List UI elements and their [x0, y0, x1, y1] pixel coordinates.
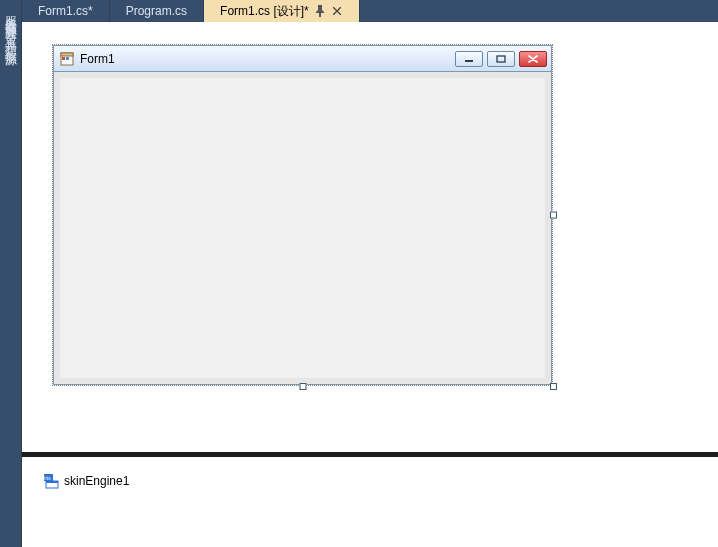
- form-title-bar: Form1: [54, 46, 551, 72]
- side-tab-server-explorer[interactable]: 服务器资源管理器: [1, 4, 20, 24]
- resize-handle-bottom[interactable]: [299, 383, 306, 390]
- close-icon[interactable]: [331, 5, 343, 17]
- component-tray: Iris skinEngine1: [22, 457, 718, 547]
- svg-rect-5: [497, 56, 505, 62]
- tray-item-skinengine1[interactable]: Iris skinEngine1: [40, 471, 133, 491]
- pin-icon[interactable]: [315, 5, 325, 17]
- maximize-button[interactable]: [487, 51, 515, 67]
- tab-form1-design[interactable]: Form1.cs [设计]*: [204, 0, 360, 22]
- tray-item-label: skinEngine1: [64, 474, 129, 488]
- svg-rect-9: [46, 481, 58, 483]
- svg-rect-3: [66, 57, 69, 60]
- svg-text:Iris: Iris: [44, 475, 51, 481]
- tab-label: Form1.cs [设计]*: [220, 3, 309, 20]
- resize-handle-right[interactable]: [550, 212, 557, 219]
- side-tab-toolbox[interactable]: 工具箱: [1, 26, 20, 36]
- designer-surface[interactable]: Form1: [22, 22, 718, 452]
- tab-label: Form1.cs*: [38, 4, 93, 18]
- close-button[interactable]: [519, 51, 547, 67]
- component-icon: Iris: [44, 473, 60, 489]
- document-tab-bar: Form1.cs* Program.cs Form1.cs [设计]*: [22, 0, 718, 22]
- svg-rect-4: [465, 60, 473, 62]
- form-client-area[interactable]: [60, 78, 545, 378]
- svg-rect-2: [62, 57, 65, 60]
- window-buttons: [455, 51, 547, 67]
- svg-rect-1: [61, 53, 73, 56]
- form-icon: [60, 52, 74, 66]
- tab-label: Program.cs: [126, 4, 187, 18]
- winform-form1[interactable]: Form1: [53, 45, 552, 385]
- side-tab-data-sources[interactable]: 数据源: [1, 38, 20, 48]
- form-title-text: Form1: [80, 52, 455, 66]
- resize-handle-corner[interactable]: [550, 383, 557, 390]
- minimize-button[interactable]: [455, 51, 483, 67]
- form-selection-border: Form1: [52, 44, 553, 386]
- tab-program-cs[interactable]: Program.cs: [110, 0, 204, 22]
- main-area: Form1.cs* Program.cs Form1.cs [设计]*: [22, 0, 718, 547]
- form-selection-wrap: Form1: [52, 44, 553, 386]
- side-tool-rail: 服务器资源管理器 工具箱 数据源: [0, 0, 22, 547]
- tab-form1-cs[interactable]: Form1.cs*: [22, 0, 110, 22]
